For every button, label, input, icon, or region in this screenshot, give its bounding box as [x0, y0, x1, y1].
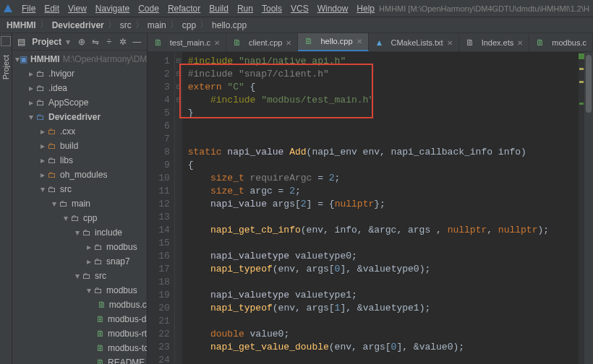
c-file-icon: 🗎 [535, 38, 545, 48]
scrollbar-thumb[interactable] [586, 55, 592, 113]
module-folder-icon: 🗀 [35, 112, 46, 122]
project-view-label[interactable]: Project [32, 37, 61, 47]
menu-code[interactable]: Code [134, 4, 163, 14]
folder-icon: 🗀 [35, 69, 46, 79]
menu-run[interactable]: Run [233, 4, 257, 14]
tree-build[interactable]: ▸🗀build [12, 139, 147, 153]
line-gutter: 1234567891011121314151617181920212223242… [148, 52, 175, 364]
menu-bar: File Edit View Navigate Code Refactor Bu… [0, 0, 593, 17]
tree-modbus-rtu[interactable]: 🗎modbus-rtu.c [12, 326, 147, 341]
menu-help[interactable]: Help [352, 4, 379, 14]
tab-hello-cpp[interactable]: 🗎hello.cpp✕ [298, 33, 368, 51]
tab-cmakelists[interactable]: ▲CMakeLists.txt✕ [369, 34, 459, 51]
menu-build[interactable]: Build [205, 4, 233, 14]
crumb-root[interactable]: HMHMI [4, 20, 38, 30]
collapse-all-icon[interactable]: ÷ [103, 36, 114, 48]
expand-all-icon[interactable]: ⇋ [90, 36, 101, 48]
project-sidebar: ▤ Project ▾ ⊕ ⇋ ÷ ✲ — ▾▣HMHMIM:\OpenHarm… [12, 33, 148, 364]
code-content[interactable]: #include "napi/native_api.h" #include "s… [182, 52, 579, 364]
menu-navigate[interactable]: Navigate [91, 4, 134, 14]
tree-include[interactable]: ▾🗀include [12, 225, 147, 240]
marker-stripe[interactable] [579, 52, 584, 364]
c-file-icon: 🗎 [96, 314, 105, 324]
editor-tabs: 🗎test_main.c✕ 🗎client.cpp✕ 🗎hello.cpp✕ ▲… [148, 33, 593, 52]
close-icon[interactable]: ✕ [517, 39, 523, 47]
tree-libs[interactable]: ▸🗀libs [12, 153, 147, 168]
menu-refactor[interactable]: Refactor [163, 4, 205, 14]
tree-inc-snap7[interactable]: ▸🗀snap7 [12, 254, 147, 269]
tree-devicedriver[interactable]: ▾🗀Devicedriver [12, 110, 147, 124]
tree-ohmodules[interactable]: ▸🗀oh_modules [12, 168, 147, 182]
settings-icon[interactable]: ✲ [117, 36, 128, 48]
crumb-src[interactable]: src [118, 20, 134, 30]
tree-root[interactable]: ▾▣HMHMIM:\OpenHarmony\DM4GDTU\dmdtu\HMH [12, 52, 147, 66]
project-view-icon: ▤ [17, 37, 26, 47]
close-icon[interactable]: ✕ [286, 39, 291, 47]
cmake-file-icon: ▲ [375, 38, 385, 48]
folder-icon: 🗀 [47, 184, 57, 194]
c-file-icon: 🗎 [96, 329, 105, 339]
c-file-icon: 🗎 [304, 36, 314, 46]
tree-modbus-data[interactable]: 🗎modbus-data.c [12, 312, 147, 326]
md-file-icon: 🗎 [96, 358, 105, 364]
tree-appscope[interactable]: ▸🗀AppScope [12, 95, 147, 110]
folder-icon: 🗀 [59, 199, 69, 209]
vertical-scrollbar[interactable] [584, 52, 593, 364]
crumb-cpp[interactable]: cpp [180, 20, 198, 30]
tree-src-modbus[interactable]: ▾🗀modbus [12, 283, 147, 298]
menu-window[interactable]: Window [313, 4, 353, 14]
left-tool-strip: Project [0, 33, 12, 364]
tree-readme[interactable]: 🗎README.md [12, 355, 147, 364]
close-icon[interactable]: ✕ [447, 39, 453, 47]
crumb-main[interactable]: main [145, 20, 168, 30]
inspection-status-icon[interactable] [579, 53, 584, 59]
tree-src[interactable]: ▾🗀src [12, 182, 147, 196]
crumb-file[interactable]: hello.cpp [210, 20, 249, 30]
project-view-dropdown-icon[interactable]: ▾ [66, 37, 70, 47]
menu-edit[interactable]: Edit [40, 4, 64, 14]
menu-tools[interactable]: Tools [257, 4, 286, 14]
tree-modbus-c[interactable]: 🗎modbus.c [12, 298, 147, 312]
window-title: HMHMI [M:\OpenHarmony\DM4GDTU\dmdtu\HMHM… [379, 4, 590, 13]
c-file-icon: 🗎 [232, 38, 242, 48]
folder-icon: 🗀 [47, 126, 57, 136]
svg-marker-0 [4, 4, 12, 12]
editor-area: 🗎test_main.c✕ 🗎client.cpp✕ 🗎hello.cpp✕ ▲… [148, 33, 593, 364]
project-tool-icon[interactable] [1, 36, 11, 46]
close-icon[interactable]: ✕ [357, 38, 362, 46]
ets-file-icon: 🗎 [465, 38, 475, 48]
tree-inc-modbus[interactable]: ▸🗀modbus [12, 240, 147, 254]
folder-icon: 🗀 [47, 170, 57, 180]
menu-file[interactable]: File [17, 4, 40, 14]
project-icon: ▣ [20, 54, 27, 64]
tree-modbus-tcp[interactable]: 🗎modbus-tcp.c [12, 341, 147, 355]
folder-icon: 🗀 [82, 228, 92, 238]
hide-icon[interactable]: — [132, 36, 142, 48]
folder-icon: 🗀 [47, 155, 57, 165]
tree-cpp[interactable]: ▾🗀cpp [12, 211, 147, 225]
folder-icon: 🗀 [93, 256, 103, 266]
tab-client-cpp[interactable]: 🗎client.cpp✕ [226, 34, 298, 51]
tree-idea[interactable]: ▸🗀.idea [12, 81, 147, 95]
project-tool-tab[interactable]: Project [0, 52, 12, 82]
tree-srcdir[interactable]: ▾🗀src [12, 269, 147, 283]
tab-test-main[interactable]: 🗎test_main.c✕ [148, 34, 226, 51]
tree-cxx[interactable]: ▸🗀.cxx [12, 124, 147, 139]
menu-view[interactable]: View [64, 4, 91, 14]
folder-icon: 🗀 [82, 271, 92, 281]
select-opened-file-icon[interactable]: ⊕ [76, 36, 87, 48]
tab-index-ets[interactable]: 🗎Index.ets✕ [459, 34, 530, 51]
crumb-devicedriver[interactable]: Devicedriver [50, 20, 106, 30]
folder-icon: 🗀 [35, 83, 46, 93]
tree-main[interactable]: ▾🗀main [12, 196, 147, 211]
fold-column[interactable]: ⊟⊟⊡⊟ [175, 52, 182, 364]
folder-icon: 🗀 [35, 98, 46, 108]
project-tree[interactable]: ▾▣HMHMIM:\OpenHarmony\DM4GDTU\dmdtu\HMH … [12, 51, 147, 364]
tab-modbus-c[interactable]: 🗎modbus.c [529, 34, 593, 51]
tree-hvigor[interactable]: ▸🗀.hvigor [12, 66, 147, 81]
menu-vcs[interactable]: VCS [286, 4, 313, 14]
breadcrumb: HMHMI〉 Devicedriver〉 src〉 main〉 cpp〉 hel… [0, 17, 593, 33]
folder-icon: 🗀 [93, 242, 103, 252]
close-icon[interactable]: ✕ [214, 39, 220, 47]
code-editor[interactable]: 1234567891011121314151617181920212223242… [148, 52, 593, 364]
